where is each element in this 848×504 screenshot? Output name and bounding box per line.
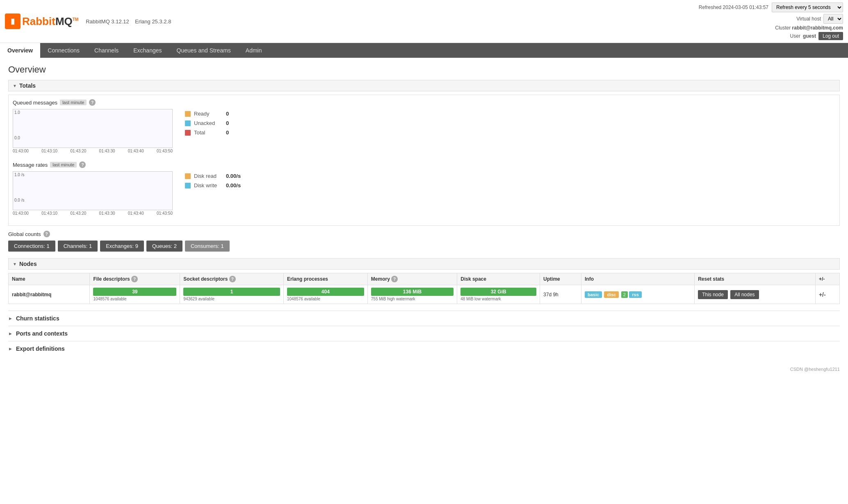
col-erlang-proc: Erlang processes: [283, 273, 367, 285]
ports-row: ► Ports and contexts: [8, 330, 840, 337]
footer: CSDN @heshengfu1211: [0, 363, 848, 376]
user-label: User: [790, 33, 800, 39]
legend-ready-color: [185, 111, 191, 117]
nav-item-queues[interactable]: Queues and Streams: [169, 43, 238, 58]
churn-arrow: ►: [8, 316, 13, 321]
nodes-arrow: ▼: [13, 262, 17, 266]
totals-header[interactable]: ▼ Totals: [8, 80, 840, 91]
queued-x-5: 01:43:50: [157, 149, 173, 153]
legend-unacked-label: Unacked: [194, 120, 223, 126]
totals-label: Totals: [19, 82, 36, 89]
reset-this-node-button[interactable]: This node: [698, 290, 728, 299]
node-disk-cell: 32 GiB 48 MiB low watermark: [457, 285, 540, 304]
socket-desc-value: 1: [230, 289, 233, 295]
rates-x-3: 01:43:30: [99, 211, 115, 216]
consumers-count-btn[interactable]: Consumers: 1: [185, 241, 230, 252]
queues-count-btn[interactable]: Queues: 2: [146, 241, 182, 252]
nav-item-channels[interactable]: Channels: [87, 43, 126, 58]
message-rates-help[interactable]: ?: [79, 161, 86, 168]
top-bar: ▮ RabbitMQTM RabbitMQ 3.12.12 Erlang 25.…: [0, 0, 848, 43]
vhost-select[interactable]: All: [823, 14, 843, 24]
node-uptime: 37d 9h: [543, 292, 558, 297]
logo-text: RabbitMQTM: [22, 15, 78, 28]
legend-disk-write-label: Disk write: [194, 182, 223, 188]
cluster-value: rabbit@rabbitmq.com: [792, 25, 843, 31]
exchanges-count-btn[interactable]: Exchanges: 9: [100, 241, 144, 252]
col-file-desc: File descriptors ?: [90, 273, 180, 285]
col-uptime: Uptime: [540, 273, 581, 285]
legend-total: Total 0: [185, 129, 229, 136]
logo-rabbit: Rabbit: [22, 15, 55, 27]
node-erlang-cell: 404 1048576 available: [283, 285, 367, 304]
churn-statistics-section[interactable]: ► Churn statistics: [8, 311, 840, 326]
plus-minus-toggle[interactable]: +/-: [819, 291, 826, 298]
ports-contexts-section[interactable]: ► Ports and contexts: [8, 326, 840, 341]
rates-x-2: 01:43:20: [70, 211, 86, 216]
channels-count-btn[interactable]: Channels: 1: [58, 241, 98, 252]
legend-disk-write-color: [185, 183, 191, 188]
refresh-select[interactable]: Refresh every 5 seconds Refresh every 10…: [772, 2, 843, 12]
totals-arrow: ▼: [13, 84, 17, 88]
logout-button[interactable]: Log out: [818, 32, 843, 40]
count-buttons: Connections: 1 Channels: 1 Exchanges: 9 …: [8, 241, 840, 252]
vhost-label: Virtual host: [796, 16, 821, 22]
top-right-info: Refreshed 2024-03-05 01:43:57 Refresh ev…: [699, 2, 843, 40]
nodes-table-header-row: Name File descriptors ? Socket descripto…: [9, 273, 840, 285]
node-info-cell: basic disc 2 rss: [581, 285, 694, 304]
rates-x-0: 01:43:00: [13, 211, 29, 216]
ports-label: Ports and contexts: [16, 330, 68, 337]
queued-messages-text: Queued messages: [13, 100, 57, 106]
queued-messages-label: Queued messages last minute ?: [13, 99, 835, 106]
col-disk-space: Disk space: [457, 273, 540, 285]
legend-total-label: Total: [194, 129, 223, 136]
nodes-table-wrap: Name File descriptors ? Socket descripto…: [8, 273, 840, 304]
badge-num: 2: [621, 291, 628, 298]
queued-x-2: 01:43:20: [70, 149, 86, 153]
legend-total-color: [185, 130, 191, 136]
global-counts-section: Global counts ? Connections: 1 Channels:…: [8, 231, 840, 252]
ports-arrow: ►: [8, 331, 13, 336]
message-rates-section: Message rates last minute ? 1.0 /s 0.0 /…: [13, 161, 835, 216]
message-rates-text: Message rates: [13, 162, 48, 168]
rates-x-5: 01:43:50: [157, 211, 173, 216]
disk-bar: 32 GiB: [460, 288, 536, 296]
queued-messages-chart-area: 1.0 0.0 01:43:00 01:43:10 01:43:20 01:43…: [13, 109, 835, 153]
queued-y-bottom: 0.0: [14, 136, 20, 140]
global-counts-help[interactable]: ?: [43, 231, 50, 237]
export-label: Export definitions: [16, 345, 65, 352]
legend-disk-read-label: Disk read: [194, 173, 223, 179]
queued-messages-help[interactable]: ?: [89, 99, 96, 106]
legend-total-value: 0: [226, 129, 229, 136]
erlang-version: Erlang 25.3.2.8: [135, 18, 171, 25]
file-desc-sub: 1048576 available: [93, 297, 176, 301]
refresh-row: Refreshed 2024-03-05 01:43:57 Refresh ev…: [699, 2, 843, 12]
socket-desc-sub: 943629 available: [183, 297, 280, 301]
legend-ready-label: Ready: [194, 111, 223, 117]
version-info: RabbitMQ 3.12.12 Erlang 25.3.2.8: [86, 18, 171, 25]
page-content: Overview ▼ Totals Queued messages last m…: [0, 58, 848, 363]
nav-item-connections[interactable]: Connections: [40, 43, 87, 58]
col-info: Info: [581, 273, 694, 285]
queued-x-3: 01:43:30: [99, 149, 115, 153]
nav-item-admin[interactable]: Admin: [238, 43, 269, 58]
file-desc-value: 39: [132, 289, 137, 295]
node-socket-desc-cell: 1 943629 available: [180, 285, 284, 304]
export-definitions-section[interactable]: ► Export definitions: [8, 341, 840, 356]
reset-all-nodes-button[interactable]: All nodes: [730, 290, 759, 299]
node-plus-minus-cell: +/-: [815, 285, 839, 304]
nav-item-overview[interactable]: Overview: [0, 43, 40, 58]
connections-count-btn[interactable]: Connections: 1: [8, 241, 55, 252]
message-rates-chart-area: 1.0 /s 0.0 /s 01:43:00 01:43:10 01:43:20…: [13, 171, 835, 216]
logo-tm: TM: [73, 17, 78, 22]
table-row: rabbit@rabbitmq 39 1048576 available 1: [9, 285, 840, 304]
cluster-label: Cluster: [775, 25, 791, 31]
rates-y-top: 1.0 /s: [14, 173, 24, 177]
memory-bar: 136 MiB: [371, 288, 454, 296]
nav-item-exchanges[interactable]: Exchanges: [126, 43, 169, 58]
rates-y-bottom: 0.0 /s: [14, 198, 24, 202]
logo-icon: ▮: [5, 14, 21, 29]
nodes-header[interactable]: ▼ Nodes: [8, 258, 840, 270]
legend-disk-write-value: 0.00/s: [226, 182, 241, 188]
node-memory-cell: 136 MiB 755 MiB high watermark: [367, 285, 457, 304]
legend-disk-write: Disk write 0.00/s: [185, 182, 241, 188]
